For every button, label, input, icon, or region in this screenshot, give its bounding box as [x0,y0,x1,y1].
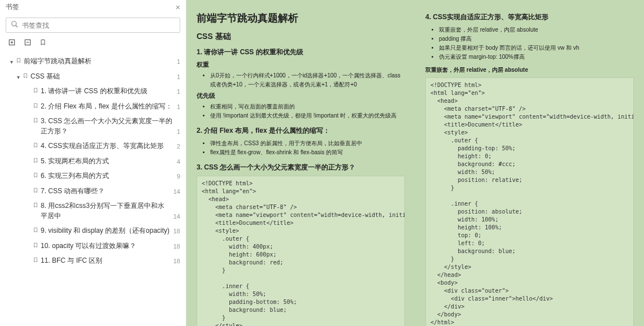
tree-item-page: 1 [177,127,180,137]
q1-sub2: 优先级 [197,92,405,100]
tree-item-label: 3. CSS 怎么画一个大小为父元素宽度一半的正方形？ [41,116,177,136]
tree-item[interactable]: 9. visibility 和 display 的差别（还有opacity)18 [0,223,186,238]
bookmark-icon [33,142,41,151]
code-block-2: <!DOCTYPE html> <html lang="en"> <head> … [425,77,634,326]
bookmark-icon [33,157,41,167]
bookmark-icon [33,102,41,112]
tree-item-page: 4 [177,157,180,167]
page-column-left: 前端字节跳动真题解析 CSS 基础 1. 请你讲一讲 CSS 的权重和优先级 权… [186,0,415,326]
tree-root-page: 1 [177,57,180,67]
tree-item-label: 8. 用css2和css3分别写一下垂直居中和水平居中 [41,201,173,221]
doc-title: 前端字节跳动真题解析 [197,11,405,25]
bookmark-icon [33,242,41,251]
q4-title: 4. CSS实现自适应正方形、等宽高比矩形 [425,12,634,22]
tree-item-page: 1 [177,102,180,112]
sidebar-toolbar [0,36,186,54]
tree-item-page: 14 [173,212,180,221]
tree-item[interactable]: 5. 实现两栏布局的方式4 [0,154,186,169]
tree-item-page: 18 [173,227,180,236]
chevron-down-icon: ▾ [17,73,23,81]
section-heading: CSS 基础 [197,32,405,42]
tree-item[interactable]: 8. 用css2和css3分别写一下垂直居中和水平居中14 [0,198,186,223]
bookmark-tree: ▾ 前端字节跳动真题解析 1 ▾ CSS 基础 1 1. 请你讲一讲 CSS 的… [0,54,186,326]
code-block-1: <!DOCTYPE html> <html lang="en"> <head> … [197,176,405,326]
chevron-down-icon: ▾ [10,58,16,66]
svg-line-1 [16,25,18,28]
bookmark-icon [33,187,41,197]
sidebar-title: 书签 [6,2,19,12]
document-viewport: 前端字节跳动真题解析 CSS 基础 1. 请你讲一讲 CSS 的权重和优先级 权… [186,0,644,326]
list-item: padding 撑高 [439,34,634,44]
list-item: flex属性是 flex-grow、flex-shrink 和 flex-bas… [210,148,405,157]
list-item: 双重嵌套，外层 relative，内层 absolute [439,25,634,34]
q4-list: 双重嵌套，外层 relative，内层 absolute padding 撑高 … [425,25,634,62]
tree-item[interactable]: 6. 实现三列布局的方式9 [0,168,186,184]
list-item: 使用 !important 达到最大优先级，都使用 !important 时，权… [210,111,405,120]
collapse-all-icon[interactable] [24,38,32,48]
q1-sub2-list: 权重相同，写在后面的覆盖前面的 使用 !important 达到最大优先级，都使… [197,102,405,120]
tree-item[interactable]: 2. 介绍 Flex 布局，flex 是什么属性的缩写：1 [0,99,186,114]
tree-item-label: 5. 实现两栏布局的方式 [41,156,177,166]
q2-list: 弹性盒布局，CSS3 的新属性，用于方便布局，比如垂直居中 flex属性是 fl… [197,139,405,157]
tree-item-label: 10. opacity 可以有过渡效果嘛？ [41,241,173,251]
tree-item-page: 9 [177,172,180,181]
tree-item-label: 9. visibility 和 display 的差别（还有opacity) [41,225,173,236]
tree-item-label: 7. CSS 动画有哪些？ [41,186,173,196]
tree-item-label: 2. 介绍 Flex 布局，flex 是什么属性的缩写： [41,101,177,111]
bookmark-tool-icon[interactable] [40,38,46,48]
expand-all-icon[interactable] [8,38,16,48]
q1-sub1: 权重 [197,60,405,69]
tree-item-page: 18 [173,242,180,251]
bookmark-icon [33,117,41,127]
tree-section-page: 1 [177,72,180,82]
page-column-right: 4. CSS实现自适应正方形、等宽高比矩形 双重嵌套，外层 relative，内… [415,0,644,326]
list-item: 如果只是要相对于 body 而言的话，还可以使用 vw 和 vh [439,44,634,53]
search-input[interactable] [22,21,175,29]
q3-title: 3. CSS 怎么画一个大小为父元素宽度一半的正方形？ [197,163,405,172]
sidebar-header: 书签 × [0,0,186,14]
tree-item-page: 14 [173,187,180,197]
tree-section-label: CSS 基础 [31,71,177,81]
q1-sub1-list: 从0开始，一个行内样式+1000，一个id选择器+100，一个属性选择器、cla… [197,71,405,89]
bookmark-icon [23,72,31,82]
list-item: 从0开始，一个行内样式+1000，一个id选择器+100，一个属性选择器、cla… [210,71,405,89]
bookmark-icon [33,227,41,236]
svg-point-0 [12,21,16,26]
list-item: 弹性盒布局，CSS3 的新属性，用于方便布局，比如垂直居中 [210,139,405,148]
tree-item[interactable]: 7. CSS 动画有哪些？14 [0,184,186,199]
tree-item-page: 18 [173,257,180,266]
tree-item-label: 6. 实现三列布局的方式 [41,171,177,181]
bookmark-icon [33,202,41,211]
tree-item[interactable]: 10. opacity 可以有过渡效果嘛？18 [0,238,186,254]
tree-item[interactable]: 3. CSS 怎么画一个大小为父元素宽度一半的正方形？1 [0,114,186,138]
tree-section[interactable]: ▾ CSS 基础 1 [0,69,186,84]
tree-item-page: 1 [177,87,180,97]
tree-item[interactable]: 4. CSS实现自适应正方形、等宽高比矩形2 [0,138,186,154]
search-wrap [0,14,186,36]
tree-item-page: 2 [177,142,180,151]
tree-item-label: 1. 请你讲一讲 CSS 的权重和优先级 [41,86,177,96]
tree-item-label: 4. CSS实现自适应正方形、等宽高比矩形 [41,141,177,151]
tree-root-label: 前端字节跳动真题解析 [24,56,177,66]
q1-title: 1. 请你讲一讲 CSS 的权重和优先级 [197,47,405,57]
bookmark-icon [33,172,41,181]
list-item: 伪元素设置 margin-top: 100%撑高 [439,53,634,62]
search-box[interactable] [6,18,180,33]
q2-title: 2. 介绍 Flex 布局，flex 是什么属性的缩写： [197,126,405,136]
list-item: 权重相同，写在后面的覆盖前面的 [210,102,405,111]
bookmark-icon [16,57,24,67]
bookmark-icon [33,257,41,266]
bookmarks-sidebar: 书签 × ▾ 前端字节跳动真题解析 1 ▾ CSS 基础 1 1. 请你讲一讲 … [0,0,186,326]
search-icon [11,20,19,30]
tree-item[interactable]: 11. BFC 与 IFC 区别18 [0,253,186,268]
tree-item[interactable]: 1. 请你讲一讲 CSS 的权重和优先级1 [0,84,186,99]
close-icon[interactable]: × [176,3,180,12]
bookmark-icon [33,87,41,97]
tree-root[interactable]: ▾ 前端字节跳动真题解析 1 [0,54,186,69]
method1-heading: 双重嵌套，外层 relative，内层 absolute [425,66,634,74]
tree-item-label: 11. BFC 与 IFC 区别 [41,255,173,266]
